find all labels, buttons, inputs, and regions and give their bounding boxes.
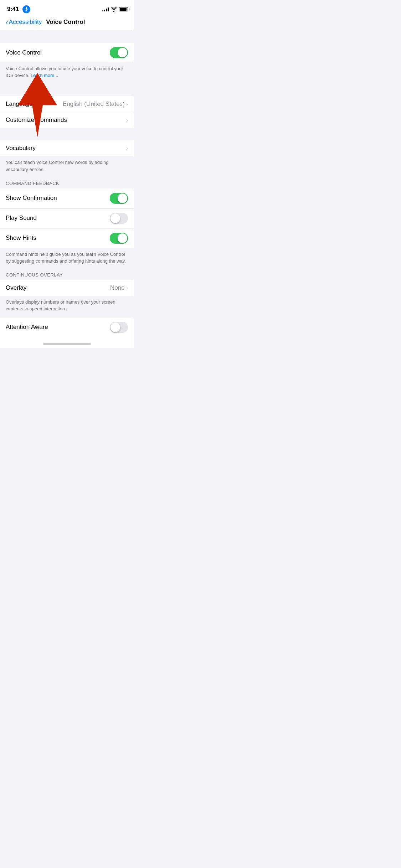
- language-customize-group: Language English (United States) › Custo…: [0, 96, 134, 128]
- back-chevron-icon: ‹: [6, 19, 8, 26]
- home-bar: [43, 343, 91, 345]
- page-title: Voice Control: [46, 19, 85, 26]
- attention-aware-row: Attention Aware: [0, 317, 134, 337]
- overlay-group: Overlay None ›: [0, 280, 134, 296]
- mic-icon: [22, 5, 30, 13]
- voice-control-label: Voice Control: [6, 49, 42, 56]
- show-hints-description: Command hints help guide you as you lear…: [0, 248, 134, 269]
- command-feedback-group: Show Confirmation Play Sound Show Hints: [0, 188, 134, 248]
- learn-more-link[interactable]: Learn more...: [31, 73, 58, 78]
- vocabulary-label: Vocabulary: [6, 145, 36, 152]
- vocabulary-chevron-icon: ›: [126, 145, 128, 151]
- customize-commands-label: Customize Commands: [6, 117, 67, 124]
- attention-aware-label: Attention Aware: [6, 324, 48, 331]
- show-hints-thumb: [118, 233, 127, 243]
- command-feedback-header-text: COMMAND FEEDBACK: [6, 181, 59, 186]
- svg-rect-0: [26, 7, 27, 10]
- battery-icon: [119, 7, 128, 11]
- toggle-thumb: [118, 48, 127, 57]
- overlay-description: Overlays display numbers or names over y…: [0, 296, 134, 317]
- continuous-overlay-header-text: CONTINUOUS OVERLAY: [6, 272, 63, 278]
- command-feedback-header-block: COMMAND FEEDBACK: [0, 178, 134, 188]
- vocabulary-group: Vocabulary ›: [0, 140, 134, 156]
- status-icons: [102, 7, 128, 12]
- language-row[interactable]: Language English (United States) ›: [0, 96, 134, 112]
- language-value: English (United States): [63, 100, 125, 108]
- signal-bars-icon: [102, 7, 109, 11]
- customize-commands-chevron-icon: ›: [126, 117, 128, 123]
- section-gap-2: [0, 84, 134, 96]
- overlay-label: Overlay: [6, 284, 27, 291]
- voice-control-row: Voice Control: [0, 43, 134, 62]
- overlay-chevron-icon: ›: [126, 285, 128, 291]
- attention-aware-thumb: [110, 322, 120, 332]
- overlay-value: None: [110, 284, 125, 291]
- show-confirmation-row: Show Confirmation: [0, 188, 134, 208]
- voice-control-toggle[interactable]: [110, 47, 128, 58]
- play-sound-row: Play Sound: [0, 208, 134, 228]
- section-gap-top: [0, 30, 134, 43]
- back-label: Accessibility: [9, 19, 42, 26]
- language-label: Language: [6, 100, 33, 108]
- status-bar: 9:41: [0, 0, 134, 16]
- play-sound-label: Play Sound: [6, 215, 37, 222]
- show-confirmation-thumb: [118, 193, 127, 203]
- play-sound-toggle[interactable]: [110, 213, 128, 224]
- show-hints-label: Show Hints: [6, 234, 36, 242]
- voice-control-description: Voice Control allows you to use your voi…: [0, 62, 134, 84]
- show-hints-toggle[interactable]: [110, 233, 128, 244]
- status-time: 9:41: [7, 6, 19, 13]
- continuous-overlay-header-block: CONTINUOUS OVERLAY: [0, 269, 134, 280]
- nav-bar: ‹ Accessibility Voice Control: [0, 16, 134, 30]
- section-gap-3: [0, 128, 134, 140]
- back-button[interactable]: ‹ Accessibility: [6, 19, 42, 26]
- wifi-icon: [111, 7, 117, 12]
- overlay-desc-text: Overlays display numbers or names over y…: [6, 299, 115, 311]
- show-confirmation-toggle[interactable]: [110, 193, 128, 204]
- attention-aware-toggle[interactable]: [110, 322, 128, 333]
- play-sound-thumb: [110, 213, 120, 223]
- voice-control-group: Voice Control: [0, 43, 134, 62]
- vocabulary-desc-text: You can teach Voice Control new words by…: [6, 160, 109, 172]
- show-hints-row: Show Hints: [0, 228, 134, 248]
- overlay-row[interactable]: Overlay None ›: [0, 280, 134, 296]
- language-value-container: English (United States) ›: [63, 100, 128, 108]
- voice-control-desc-text: Voice Control allows you to use your voi…: [6, 66, 123, 78]
- page-wrapper: 9:41: [0, 0, 134, 348]
- show-confirmation-label: Show Confirmation: [6, 195, 57, 202]
- overlay-value-container: None ›: [110, 284, 128, 291]
- show-hints-desc-text: Command hints help guide you as you lear…: [6, 252, 126, 264]
- language-chevron-icon: ›: [126, 101, 128, 107]
- vocabulary-description: You can teach Voice Control new words by…: [0, 156, 134, 177]
- vocabulary-row[interactable]: Vocabulary ›: [0, 140, 134, 156]
- home-indicator: [0, 337, 134, 348]
- attention-aware-group: Attention Aware: [0, 317, 134, 337]
- customize-commands-row[interactable]: Customize Commands ›: [0, 112, 134, 128]
